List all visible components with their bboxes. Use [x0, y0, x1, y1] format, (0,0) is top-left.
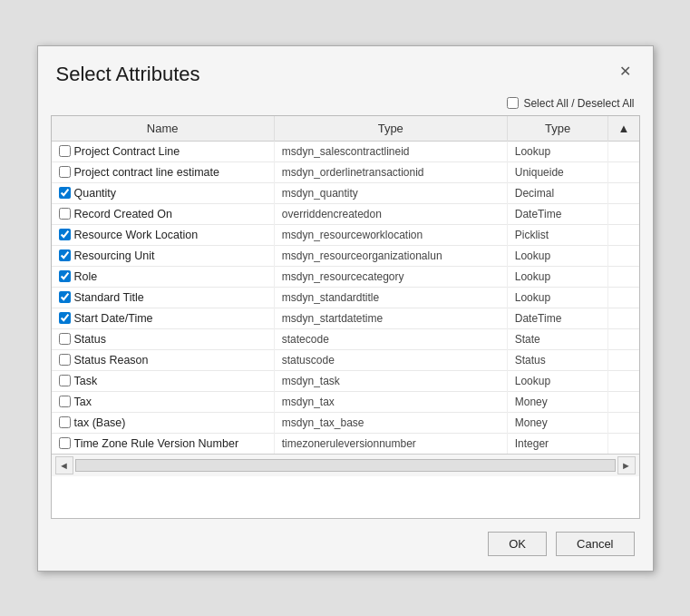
type1-cell: msdyn_task	[274, 370, 507, 391]
row-name-label: Status Reason	[74, 354, 149, 367]
name-cell: Record Created On	[52, 203, 275, 224]
close-button[interactable]: ✕	[616, 63, 635, 81]
name-cell: Task	[52, 370, 275, 391]
table-row: Task msdyn_taskLookup	[52, 370, 639, 391]
type2-cell: State	[507, 328, 608, 349]
select-all-row: Select All / Deselect All	[38, 93, 653, 115]
row-checkbox-0[interactable]	[59, 145, 71, 157]
type2-cell: Integer	[507, 433, 608, 454]
type2-cell: DateTime	[507, 203, 608, 224]
name-cell: Resource Work Location	[52, 224, 275, 245]
row-scroll-cell	[608, 141, 639, 161]
row-scroll-cell	[608, 328, 639, 349]
row-checkbox-14[interactable]	[59, 437, 71, 449]
row-name-label: tax (Base)	[74, 416, 126, 429]
type1-cell: msdyn_salescontractlineid	[274, 141, 507, 161]
ok-button[interactable]: OK	[488, 532, 547, 556]
row-scroll-cell	[608, 349, 639, 370]
attributes-table-container: Name Type Type ▲ Project Contract Line m…	[51, 115, 640, 519]
title-bar: Select Attributes ✕	[38, 46, 653, 93]
name-cell: Status Reason	[52, 349, 275, 370]
name-cell: Role	[52, 266, 275, 287]
type2-cell: Lookup	[507, 370, 608, 391]
dialog-title: Select Attributes	[56, 63, 200, 86]
row-scroll-cell	[608, 412, 639, 433]
row-checkbox-2[interactable]	[59, 187, 71, 199]
scroll-left-button[interactable]: ◄	[55, 456, 73, 474]
row-checkbox-5[interactable]	[59, 249, 71, 261]
type1-cell: msdyn_quantity	[274, 182, 507, 203]
type2-cell: Lookup	[507, 141, 608, 161]
type1-cell: msdyn_tax	[274, 391, 507, 412]
type2-cell: Lookup	[507, 245, 608, 266]
table-body: Project Contract Line msdyn_salescontrac…	[52, 141, 639, 454]
cancel-button[interactable]: Cancel	[556, 532, 634, 556]
type1-cell: msdyn_tax_base	[274, 412, 507, 433]
name-cell: tax (Base)	[52, 412, 275, 433]
name-cell: Standard Title	[52, 287, 275, 308]
type2-cell: Lookup	[507, 287, 608, 308]
attributes-table: Name Type Type ▲ Project Contract Line m…	[52, 116, 639, 454]
type2-cell: Uniqueide	[507, 161, 608, 182]
row-checkbox-1[interactable]	[59, 166, 71, 178]
type1-cell: msdyn_startdatetime	[274, 308, 507, 328]
row-checkbox-7[interactable]	[59, 291, 71, 303]
table-scroll-area[interactable]: Name Type Type ▲ Project Contract Line m…	[52, 116, 639, 454]
select-attributes-dialog: Select Attributes ✕ Select All / Deselec…	[37, 45, 654, 572]
row-checkbox-3[interactable]	[59, 208, 71, 220]
table-row: tax (Base) msdyn_tax_baseMoney	[52, 412, 639, 433]
row-scroll-cell	[608, 287, 639, 308]
row-scroll-cell	[608, 245, 639, 266]
select-all-checkbox[interactable]	[507, 97, 519, 109]
header-scroll-up[interactable]: ▲	[608, 116, 639, 142]
name-cell: Status	[52, 328, 275, 349]
name-cell: Project contract line estimate	[52, 161, 275, 182]
row-name-label: Role	[74, 270, 98, 283]
row-checkbox-6[interactable]	[59, 270, 71, 282]
row-checkbox-9[interactable]	[59, 333, 71, 345]
name-cell: Quantity	[52, 182, 275, 203]
row-checkbox-10[interactable]	[59, 354, 71, 366]
row-checkbox-12[interactable]	[59, 396, 71, 407]
row-scroll-cell	[608, 266, 639, 287]
type2-cell: Money	[507, 412, 608, 433]
name-cell: Tax	[52, 391, 275, 412]
row-name-label: Task	[74, 375, 98, 387]
row-scroll-cell	[608, 224, 639, 245]
table-row: Resourcing Unit msdyn_resourceorganizati…	[52, 245, 639, 266]
row-scroll-cell	[608, 433, 639, 454]
table-row: Tax msdyn_taxMoney	[52, 391, 639, 412]
row-name-label: Quantity	[74, 187, 117, 200]
row-name-label: Project Contract Line	[74, 145, 180, 158]
table-row: Time Zone Rule Version Number timezoneru…	[52, 433, 639, 454]
row-checkbox-4[interactable]	[59, 229, 71, 240]
row-checkbox-8[interactable]	[59, 312, 71, 324]
table-row: Resource Work Location msdyn_resourcewor…	[52, 224, 639, 245]
row-name-label: Standard Title	[74, 291, 144, 304]
horizontal-scrollbar[interactable]: ◄ ►	[52, 454, 639, 476]
row-name-label: Status	[74, 333, 106, 346]
row-checkbox-11[interactable]	[59, 375, 71, 386]
table-row: Project Contract Line msdyn_salescontrac…	[52, 141, 639, 161]
row-name-label: Resource Work Location	[74, 229, 199, 241]
row-scroll-cell	[608, 161, 639, 182]
name-cell: Project Contract Line	[52, 141, 275, 161]
scroll-right-button[interactable]: ►	[617, 456, 636, 474]
row-scroll-cell	[608, 182, 639, 203]
row-name-label: Time Zone Rule Version Number	[74, 437, 239, 450]
table-row: Status statecodeState	[52, 328, 639, 349]
row-checkbox-13[interactable]	[59, 416, 71, 428]
type1-cell: msdyn_resourceorganizationalun	[274, 245, 507, 266]
table-row: Standard Title msdyn_standardtitleLookup	[52, 287, 639, 308]
horizontal-scroll-track[interactable]	[75, 459, 616, 472]
header-type1: Type	[274, 116, 507, 142]
dialog-footer: OK Cancel	[38, 519, 653, 571]
type2-cell: Picklist	[507, 224, 608, 245]
type1-cell: msdyn_orderlinetransactionid	[274, 161, 507, 182]
table-row: Start Date/Time msdyn_startdatetimeDateT…	[52, 308, 639, 328]
select-all-label[interactable]: Select All / Deselect All	[523, 97, 634, 110]
type1-cell: msdyn_standardtitle	[274, 287, 507, 308]
type1-cell: timezoneruleversionnumber	[274, 433, 507, 454]
header-type2: Type	[507, 116, 608, 142]
row-scroll-cell	[608, 203, 639, 224]
